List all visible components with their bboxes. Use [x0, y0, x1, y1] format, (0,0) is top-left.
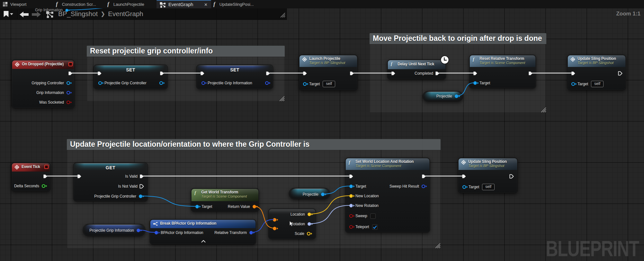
- tab-launch-projectile[interactable]: fLaunchProjectile: [107, 0, 144, 8]
- drag-pin-tooltip: Grip Information: [35, 8, 63, 12]
- wire-data-returnvalue-breaktr[interactable]: [254, 206, 274, 228]
- wire-data-rotation-newrotation[interactable]: [309, 205, 351, 224]
- mouse-cursor-icon: [289, 221, 294, 228]
- tab-viewport[interactable]: Viewport: [3, 0, 26, 8]
- wire-data-gripinfo-breakin[interactable]: [138, 230, 156, 232]
- tab-label: EventGraph: [168, 2, 193, 7]
- function-icon: f: [107, 1, 109, 7]
- tab-label: LaunchProjectile: [113, 2, 144, 7]
- drag-pin-icon: [65, 8, 70, 12]
- tab-construction-script[interactable]: fConstruction Scr...: [56, 0, 96, 8]
- wire-data-drag-gripinfo[interactable]: [68, 8, 153, 10]
- wire-data-reltransform-breaktr[interactable]: [251, 219, 274, 232]
- wire-data-projectile2-target[interactable]: [322, 186, 351, 194]
- tab-label: UpdateSlingPosi...: [219, 2, 254, 7]
- tab-close-icon[interactable]: ✕: [204, 2, 211, 7]
- graph-canvas[interactable]: BLUEPRINT Reset projectile grip controll…: [0, 8, 644, 261]
- tab-update-sling-position[interactable]: fUpdateSlingPosi...: [213, 0, 254, 8]
- wire-data-getctrl-gwtarget[interactable]: [140, 196, 197, 206]
- graph-icon: [160, 2, 166, 8]
- tab-label: Construction Scr...: [62, 2, 96, 7]
- tab-label: Viewport: [10, 2, 26, 7]
- tab-event-graph[interactable]: EventGraph✕: [157, 0, 211, 8]
- tab-bar: ViewportfConstruction Scr...fLaunchProje…: [0, 0, 644, 8]
- wire-data-projectile-resettarget[interactable]: [456, 83, 475, 96]
- viewport-icon: [3, 2, 8, 7]
- drag-tooltip-label: Grip Information: [35, 8, 63, 12]
- function-icon: f: [56, 1, 58, 7]
- function-icon: f: [213, 1, 215, 7]
- wire-data-location-newlocation[interactable]: [309, 196, 351, 214]
